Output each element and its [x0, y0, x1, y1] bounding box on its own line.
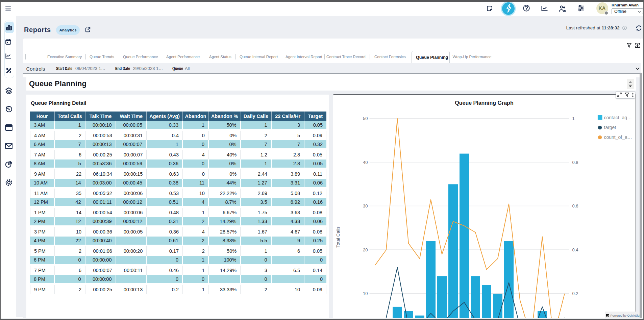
svg-text:contact_ag…: contact_ag…: [604, 115, 632, 120]
svg-text:30: 30: [363, 203, 368, 208]
svg-text:1: 1: [572, 116, 575, 121]
svg-text:0.8: 0.8: [572, 159, 578, 165]
svg-text:40: 40: [363, 159, 368, 165]
svg-text:0.4: 0.4: [572, 247, 578, 252]
svg-text:Queue Planning Graph: Queue Planning Graph: [455, 100, 513, 105]
svg-text:count_of_a…: count_of_a…: [604, 134, 632, 140]
svg-text:Total Calls: Total Calls: [336, 226, 341, 248]
svg-text:target: target: [604, 125, 616, 130]
svg-text:20: 20: [363, 247, 368, 252]
svg-text:0.6: 0.6: [572, 203, 578, 208]
svg-text:10: 10: [363, 291, 368, 296]
svg-text:50: 50: [363, 116, 368, 121]
svg-text:0.2: 0.2: [572, 291, 578, 296]
